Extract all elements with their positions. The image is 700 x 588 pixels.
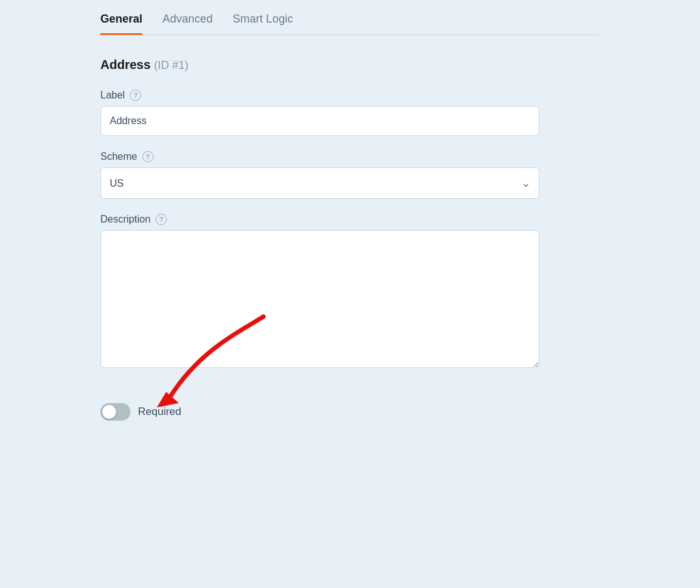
- description-textarea[interactable]: [100, 230, 539, 368]
- scheme-group: Scheme ? US UK EU CA ⌄: [100, 151, 600, 199]
- label-group: Label ?: [100, 90, 600, 136]
- description-help-icon[interactable]: ?: [156, 214, 167, 225]
- scheme-select-wrapper: US UK EU CA ⌄: [100, 167, 539, 199]
- field-name: Address: [100, 58, 151, 71]
- tab-smart-logic[interactable]: Smart Logic: [233, 13, 293, 35]
- label-input[interactable]: [100, 106, 539, 136]
- tabs-container: General Advanced Smart Logic: [100, 0, 600, 35]
- scheme-select[interactable]: US UK EU CA: [100, 167, 539, 199]
- required-label: Required: [138, 406, 181, 418]
- required-row-wrapper: Required: [100, 386, 181, 421]
- scheme-field-label: Scheme ?: [100, 151, 600, 162]
- field-id: (ID #1): [154, 59, 189, 71]
- required-toggle[interactable]: [100, 403, 130, 421]
- description-field-label: Description ?: [100, 214, 600, 225]
- field-title: Address (ID #1): [100, 58, 600, 72]
- scheme-help-icon[interactable]: ?: [142, 151, 154, 162]
- label-help-icon[interactable]: ?: [130, 90, 141, 101]
- panel: General Advanced Smart Logic Address (ID…: [0, 0, 700, 588]
- description-group: Description ?: [100, 214, 600, 370]
- label-field-label: Label ?: [100, 90, 600, 101]
- content-area: Address (ID #1) Label ? Scheme ? US UK E…: [100, 35, 600, 421]
- tab-advanced[interactable]: Advanced: [162, 13, 213, 35]
- toggle-slider: [100, 403, 130, 421]
- tab-general[interactable]: General: [100, 13, 142, 35]
- required-row: Required: [100, 403, 181, 421]
